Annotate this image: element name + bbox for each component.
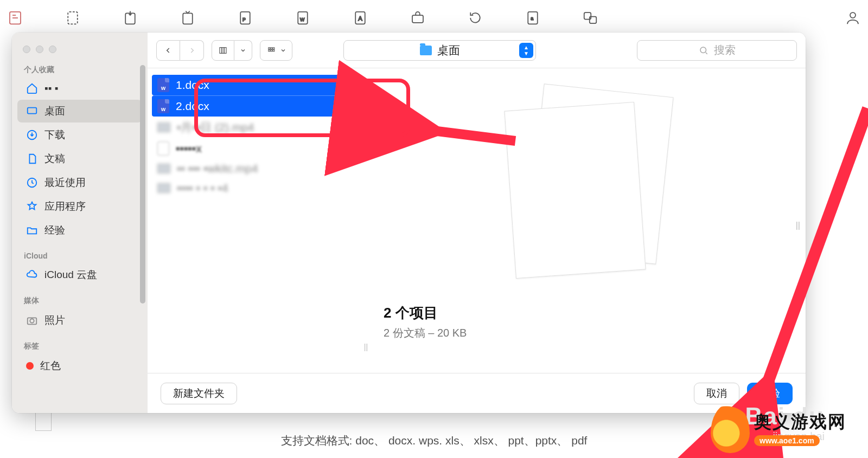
preview-title: 2 个项目 xyxy=(384,304,789,322)
home-icon xyxy=(26,82,38,94)
red-dot-icon xyxy=(26,362,34,370)
finder-toolbar: 桌面 ▲▼ 搜索 xyxy=(148,33,806,68)
toolbar-toolbox-icon[interactable] xyxy=(408,8,427,28)
logo-cn: 奥义游戏网 xyxy=(754,410,846,434)
toolbar-user-icon[interactable] xyxy=(843,8,863,28)
file-item-mp4[interactable]: ▪月▪▪日 (2).mp4 xyxy=(152,117,360,138)
svg-point-15 xyxy=(850,12,856,18)
sidebar-item-label: 桌面 xyxy=(44,104,65,118)
toolbar-text-icon[interactable]: A xyxy=(350,8,370,28)
toolbar-page-icon[interactable] xyxy=(63,8,82,28)
view-columns-button[interactable] xyxy=(212,40,234,61)
file-name: ▪▪▪▪▪x xyxy=(176,142,202,155)
file-name: ▪▪ ▪▪▪ ▪wkitc.mp4 xyxy=(177,162,258,175)
toolbar-convert-icon[interactable] xyxy=(120,8,140,28)
site-logo: 奥义游戏网 www.aoe1.com xyxy=(711,398,868,458)
docx-icon: W xyxy=(157,99,169,113)
toolbar-word-icon[interactable]: W xyxy=(293,8,312,28)
dialog-footer: 新建文件夹 取消 经验 xyxy=(148,373,806,413)
logo-url: www.aoe1.com xyxy=(754,435,820,446)
sidebar-tag-red[interactable]: 红色 xyxy=(17,354,142,377)
toolbar-pdf2-icon[interactable]: P xyxy=(235,8,255,28)
sidebar-item-desktop[interactable]: 桌面 xyxy=(17,100,142,122)
icloud-label: iCloud xyxy=(12,243,148,262)
svg-rect-24 xyxy=(269,47,270,49)
svg-rect-10 xyxy=(412,15,423,23)
new-folder-button[interactable]: 新建文件夹 xyxy=(161,383,237,404)
search-placeholder: 搜索 xyxy=(714,43,736,57)
nav-forward-button[interactable] xyxy=(180,40,204,61)
svg-rect-25 xyxy=(271,47,272,49)
search-field[interactable]: 搜索 xyxy=(637,40,797,61)
svg-rect-16 xyxy=(28,108,37,114)
cloud-icon xyxy=(26,269,38,281)
svg-rect-21 xyxy=(220,47,222,53)
window-traffic-lights[interactable] xyxy=(12,38,148,56)
preview-thumbnail-stack xyxy=(497,85,676,291)
sidebar-item-label: iCloud 云盘 xyxy=(44,268,97,282)
search-icon xyxy=(699,46,709,55)
file-name: 2.docx xyxy=(176,100,209,113)
thumb-icon xyxy=(157,164,170,173)
nav-back-button[interactable] xyxy=(156,40,180,61)
location-label: 桌面 xyxy=(437,43,460,58)
toolbar-pdf-icon[interactable] xyxy=(5,8,25,28)
sidebar-item-documents[interactable]: 文稿 xyxy=(17,147,142,170)
updown-icon: ▲▼ xyxy=(519,43,533,58)
sidebar-item-label: 红色 xyxy=(40,359,61,373)
sidebar-item-exp[interactable]: 经验 xyxy=(17,219,142,242)
svg-rect-29 xyxy=(273,49,275,51)
folder-icon xyxy=(26,224,38,236)
sidebar-item-label: 下载 xyxy=(44,128,65,142)
location-dropdown[interactable]: 桌面 ▲▼ xyxy=(343,40,536,61)
svg-point-30 xyxy=(700,47,706,53)
sidebar-item-label: 文稿 xyxy=(44,152,65,166)
sidebar-item-label: 最近使用 xyxy=(44,176,86,190)
svg-text:W: W xyxy=(300,17,305,22)
app-top-toolbar: P W A a xyxy=(0,0,868,35)
sidebar-item-label: 经验 xyxy=(44,223,65,237)
file-item-mp4-2[interactable]: ▪▪ ▪▪▪ ▪wkitc.mp4 xyxy=(152,159,360,178)
folder-icon xyxy=(420,46,432,55)
preview-divider-handle[interactable]: || xyxy=(796,221,800,230)
view-columns-chevron[interactable] xyxy=(234,40,252,61)
sidebar-item-label: ▪▪ ▪ xyxy=(44,82,59,94)
file-name: ▪▪▪▪ ▪ ▪ ▪ ▪4 xyxy=(177,182,228,195)
svg-rect-22 xyxy=(222,47,224,53)
download-icon xyxy=(26,129,38,141)
file-item-2docx[interactable]: W2.docx xyxy=(152,95,360,117)
group-button[interactable] xyxy=(260,40,292,61)
tags-label: 标签 xyxy=(12,333,148,353)
svg-text:a: a xyxy=(531,15,533,21)
svg-rect-23 xyxy=(224,47,226,53)
file-item-1docx[interactable]: W1.docx xyxy=(152,75,360,95)
svg-rect-26 xyxy=(273,47,275,49)
svg-rect-27 xyxy=(269,49,270,51)
svg-rect-3 xyxy=(183,13,193,24)
toolbar-translate-icon[interactable] xyxy=(580,8,600,28)
file-item-generic[interactable]: ▪▪▪▪▪x xyxy=(152,138,360,159)
toolbar-import-icon[interactable] xyxy=(178,8,197,28)
toolbar-rotate-icon[interactable] xyxy=(465,8,485,28)
app-icon xyxy=(26,201,38,212)
media-label: 媒体 xyxy=(12,287,148,308)
svg-point-20 xyxy=(30,319,34,322)
sidebar-item-downloads[interactable]: 下载 xyxy=(17,124,142,146)
toolbar-doc-a-icon[interactable]: a xyxy=(523,8,542,28)
docx-icon: W xyxy=(157,78,169,92)
sidebar-item-photos[interactable]: 照片 xyxy=(17,309,142,332)
sidebar-item-apps[interactable]: 应用程序 xyxy=(17,195,142,218)
file-list: W1.docx W2.docx ▪月▪▪日 (2).mp4 ▪▪▪▪▪x ▪▪ … xyxy=(148,68,365,373)
sidebar-scrollbar[interactable] xyxy=(140,65,145,304)
preview-subtitle: 2 份文稿 – 20 KB xyxy=(384,326,789,340)
thumb-icon xyxy=(157,122,170,132)
desktop-icon xyxy=(26,105,38,117)
sidebar-item-home[interactable]: ▪▪ ▪ xyxy=(17,78,142,99)
clock-icon xyxy=(26,177,38,189)
sidebar-item-icloud[interactable]: iCloud 云盘 xyxy=(17,263,142,286)
file-item-mp4-3[interactable]: ▪▪▪▪ ▪ ▪ ▪ ▪4 xyxy=(152,178,360,198)
doc-icon xyxy=(26,153,38,165)
sidebar-item-label: 应用程序 xyxy=(44,199,86,214)
file-name: ▪月▪▪日 (2).mp4 xyxy=(177,120,254,135)
sidebar-item-recent[interactable]: 最近使用 xyxy=(17,171,142,194)
